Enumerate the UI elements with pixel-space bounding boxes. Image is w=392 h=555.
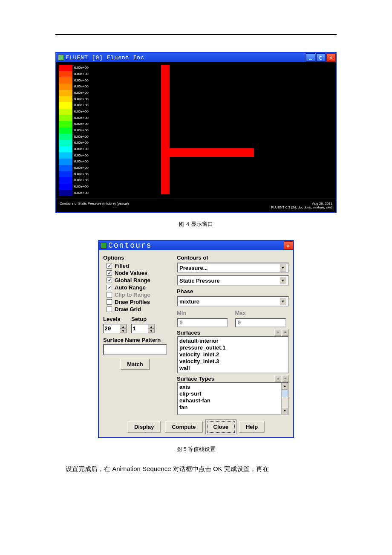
checkbox-icon[interactable]: ✓ (107, 278, 112, 283)
colorbar-segment (59, 184, 72, 190)
scroll-down-icon[interactable]: ▼ (282, 408, 288, 414)
levels-up-icon[interactable]: ▲ (120, 324, 127, 329)
list-item[interactable]: fan (179, 404, 280, 411)
contours-of-label: Contours of (177, 254, 289, 261)
option-draw_grid[interactable]: Draw Grid (107, 306, 173, 312)
list-item[interactable]: exhaust-fan (179, 397, 280, 404)
levels-label: Levels (103, 316, 127, 322)
fluent-titlebar[interactable]: FLUENT [0] Fluent Inc _ ▢ ✕ (56, 53, 336, 62)
colorbar-segment (59, 171, 72, 177)
maximize-button[interactable]: ▢ (316, 53, 326, 62)
fluent-icon (58, 55, 64, 61)
colorbar-label: 0.00e+00 (74, 133, 89, 140)
chevron-down-icon[interactable]: ▼ (280, 264, 286, 272)
contours-of-primary-select[interactable]: Pressure... ▼ (177, 263, 289, 273)
colorbar-segment (59, 140, 72, 146)
chevron-down-icon[interactable]: ▼ (280, 298, 286, 305)
setup-down-icon[interactable]: ▼ (148, 329, 155, 333)
help-button[interactable]: Help (239, 421, 265, 433)
geometry-vertical (161, 65, 170, 194)
levels-spinner[interactable]: ▲▼ (103, 324, 127, 333)
fluent-viewport: 0.00e+000.00e+000.00e+000.00e+000.00e+00… (56, 62, 336, 199)
colorbar-label: 0.00e+00 (74, 177, 89, 184)
option-node_values[interactable]: ✓Node Values (107, 270, 173, 276)
checkbox-icon (107, 292, 112, 298)
colorbar-segment (59, 65, 72, 71)
surfacetypes-selectall-icon[interactable]: ≡ (274, 375, 281, 382)
surface-name-pattern-input[interactable] (103, 344, 167, 355)
page-separator (55, 34, 337, 35)
colorbar-segment (59, 90, 72, 96)
surfacetypes-deselectall-icon[interactable]: = (282, 375, 289, 382)
scroll-thumb[interactable] (282, 390, 288, 397)
surface-types-scrollbar[interactable]: ▲ ▼ (281, 383, 288, 414)
colorbar-segment (59, 102, 72, 109)
surfaces-label: Surfaces (177, 330, 200, 336)
colorbar-segment (59, 146, 72, 153)
options-label: Options (103, 254, 173, 261)
list-item[interactable]: velocity_inlet.3 (179, 358, 286, 365)
list-item[interactable]: clip-surf (179, 390, 280, 397)
colorbar-segment (59, 152, 72, 159)
setup-up-icon[interactable]: ▲ (148, 324, 155, 329)
checkbox-icon[interactable]: ✓ (107, 285, 112, 290)
colorbar-label: 0.00e+00 (74, 159, 89, 165)
option-label: Filled (115, 263, 129, 269)
contours-close-button[interactable]: ✕ (284, 241, 293, 250)
surfaces-selectall-icon[interactable]: ≡ (274, 329, 281, 336)
minimize-button[interactable]: _ (306, 53, 315, 62)
option-filled[interactable]: ✓Filled (107, 263, 173, 269)
option-label: Draw Grid (115, 306, 141, 312)
contours-of-secondary-select[interactable]: Static Pressure ▼ (177, 275, 289, 286)
option-auto_range[interactable]: ✓Auto Range (107, 284, 173, 291)
colorbar-label: 0.00e+00 (74, 146, 89, 153)
option-label: Global Range (115, 277, 150, 283)
list-item[interactable]: default-interior (179, 338, 286, 344)
color-legend-bar (59, 62, 72, 199)
colorbar-label: 0.00e+00 (74, 127, 89, 134)
colorbar-label: 0.00e+00 (74, 165, 89, 171)
colorbar-segment (59, 121, 72, 127)
surfaces-listbox[interactable]: default-interiorpressure_outlet.1velocit… (177, 336, 289, 373)
option-draw_profiles[interactable]: Draw Profiles (107, 299, 173, 305)
checkbox-icon[interactable] (107, 306, 112, 312)
close-button[interactable]: ✕ (326, 53, 336, 62)
checkbox-icon[interactable]: ✓ (107, 263, 112, 269)
colorbar-label: 0.00e+00 (74, 184, 89, 190)
checkbox-icon[interactable] (107, 299, 112, 305)
phase-select[interactable]: mixture ▼ (177, 296, 289, 306)
colorbar-segment (59, 77, 72, 84)
display-button[interactable]: Display (127, 421, 161, 433)
colorbar-segment (59, 96, 72, 102)
list-item[interactable]: wall (179, 365, 286, 372)
match-button[interactable]: Match (120, 358, 150, 370)
scroll-up-icon[interactable]: ▲ (282, 383, 288, 390)
min-label: Min (177, 310, 231, 316)
chevron-down-icon[interactable]: ▼ (280, 277, 286, 284)
min-input (177, 318, 228, 327)
levels-input[interactable] (104, 324, 120, 333)
compute-button[interactable]: Compute (165, 421, 202, 433)
colorbar-segment (59, 133, 72, 140)
setup-input[interactable] (132, 324, 148, 333)
color-legend-labels: 0.00e+000.00e+000.00e+000.00e+000.00e+00… (72, 62, 89, 199)
close-dialog-button[interactable]: Close (207, 421, 235, 433)
option-label: Auto Range (115, 284, 146, 291)
list-item[interactable]: axis (179, 384, 280, 390)
surfaces-deselectall-icon[interactable]: = (282, 329, 289, 336)
contours-titlebar[interactable]: Contours ✕ (99, 241, 293, 250)
fluent-footer: Contours of Static Pressure (mixture) (p… (56, 199, 336, 212)
colorbar-label: 0.00e+00 (74, 115, 89, 121)
list-item[interactable]: velocity_inlet.2 (179, 351, 286, 358)
surface-types-listbox[interactable]: axisclip-surfexhaust-fanfan ▲ ▼ (177, 382, 289, 415)
fluent-main-window: FLUENT [0] Fluent Inc _ ▢ ✕ 0.00e+000.00… (55, 52, 337, 213)
checkbox-icon[interactable]: ✓ (107, 270, 112, 276)
option-global_range[interactable]: ✓Global Range (107, 277, 173, 283)
colorbar-label: 0.00e+00 (74, 121, 89, 127)
list-item[interactable]: pressure_outlet.1 (179, 344, 286, 351)
options-group: ✓Filled✓Node Values✓Global Range✓Auto Ra… (103, 263, 173, 312)
setup-spinner[interactable]: ▲▼ (131, 324, 155, 333)
colorbar-segment (59, 71, 72, 78)
figure4-caption: 图 4 显示窗口 (55, 220, 337, 228)
levels-down-icon[interactable]: ▼ (120, 329, 127, 333)
